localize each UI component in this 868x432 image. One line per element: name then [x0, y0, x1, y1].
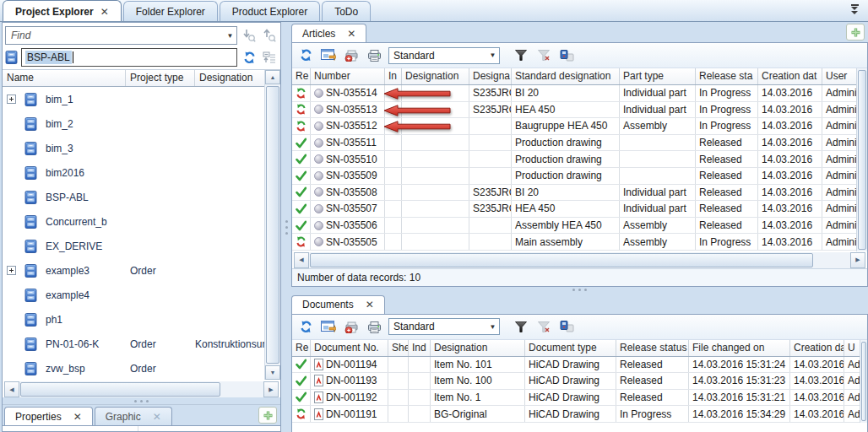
article-row[interactable]: SN-035510 Production drawing Released 14… — [292, 151, 856, 168]
article-row[interactable]: SN-035505 Main assembly Assembly In Prog… — [292, 234, 856, 251]
document-row[interactable]: DN-001193 Item No. 100 HiCAD Drawing Rel… — [292, 373, 860, 390]
column-header-name[interactable]: Name — [3, 70, 126, 86]
column-header[interactable]: Creation dat — [758, 68, 822, 84]
column-header[interactable]: Document type — [525, 340, 616, 356]
tab-folder-explorer[interactable]: Folder Explorer — [123, 1, 218, 21]
find-combobox[interactable]: Find ▼ — [5, 26, 237, 45]
chevron-down-icon[interactable]: ▼ — [224, 27, 236, 44]
print-icon[interactable] — [366, 319, 382, 334]
refresh-icon[interactable] — [297, 48, 314, 63]
column-header[interactable]: Designation — [402, 68, 469, 84]
tab-project-explorer[interactable]: Project Explorer ✕ — [3, 0, 122, 21]
add-tab-button[interactable] — [846, 24, 865, 40]
column-header[interactable]: User — [822, 68, 856, 84]
horizontal-splitter-grip[interactable] — [3, 397, 280, 404]
tree-item[interactable]: PN-01-06-K Order Konstruktionsunte — [3, 332, 264, 356]
search-down-icon[interactable] — [241, 28, 258, 43]
article-row[interactable]: SN-035506 Assembly HEA 450 Assembly Rele… — [292, 218, 856, 235]
tree-item[interactable]: example3 Order — [3, 258, 264, 283]
refresh-icon[interactable] — [241, 50, 258, 65]
tab-product-explorer[interactable]: Product Explorer — [220, 1, 320, 21]
close-icon[interactable]: ✕ — [366, 300, 374, 309]
tree-item[interactable]: Concurrent_b — [3, 209, 264, 234]
tab-properties[interactable]: Properties ✕ — [4, 407, 93, 425]
scroll-right-icon[interactable]: ▶ — [850, 252, 865, 268]
close-icon[interactable]: ✕ — [153, 413, 161, 421]
open-in-window-icon[interactable] — [320, 319, 337, 334]
open-in-window-icon[interactable] — [320, 48, 337, 63]
tree-item[interactable]: bim_2 — [3, 111, 264, 136]
scrollbar-thumb[interactable] — [20, 382, 220, 397]
expand-plus-icon[interactable] — [7, 94, 16, 104]
scroll-left-icon[interactable]: ◀ — [294, 252, 309, 268]
add-tab-button[interactable] — [258, 407, 277, 424]
article-row[interactable]: SN-035509 Production drawing Released 14… — [292, 168, 856, 185]
column-header-designation[interactable]: Designation — [195, 70, 264, 86]
column-header[interactable]: She — [388, 340, 409, 356]
tree-item[interactable]: zvw_bsp Order — [3, 356, 264, 380]
tab-graphic[interactable]: Graphic ✕ — [95, 407, 172, 425]
document-row[interactable]: DN-001191 BG-Original HiCAD Drawing In P… — [292, 406, 860, 423]
result-list-combobox[interactable]: Standard ▼ — [388, 47, 500, 64]
article-row[interactable]: SN-035513 S235JRG2 HEA 450 Individual pa… — [292, 102, 856, 119]
document-row[interactable]: DN-001192 Item No. 1 HiCAD Drawing Relea… — [292, 390, 860, 407]
article-row[interactable]: SN-035507 S235JRG2 HEA 450 Individual pa… — [292, 201, 856, 218]
column-header[interactable]: Designa — [469, 68, 512, 84]
close-icon[interactable]: ✕ — [347, 30, 355, 38]
tree-item[interactable]: bim_1 — [3, 87, 264, 111]
result-list-combobox[interactable]: Standard ▼ — [388, 318, 500, 335]
column-header[interactable]: File changed on — [689, 340, 790, 356]
tab-todo[interactable]: ToDo — [322, 1, 371, 21]
column-header[interactable]: U — [844, 340, 860, 356]
scroll-right-icon[interactable]: ▶ — [263, 381, 279, 397]
chevron-down-icon[interactable]: ▼ — [486, 48, 499, 63]
scroll-down-icon[interactable]: ▼ — [265, 365, 280, 380]
clear-filter-icon[interactable] — [535, 319, 552, 334]
vertical-splitter-grip[interactable] — [285, 220, 288, 235]
documents-vertical-scrollbar[interactable] — [860, 340, 867, 423]
refresh-icon[interactable] — [297, 319, 314, 334]
transfer-icon[interactable] — [558, 319, 575, 334]
tree-item[interactable]: BSP-ABL — [3, 185, 264, 209]
column-header[interactable]: Re — [292, 68, 311, 84]
scrollbar-thumb[interactable] — [266, 86, 279, 364]
search-up-icon[interactable] — [261, 28, 278, 43]
tab-documents[interactable]: Documents ✕ — [291, 295, 385, 314]
tree-item[interactable]: bim2016 — [3, 160, 264, 185]
tree-item[interactable]: EX_DERIVE — [3, 234, 264, 258]
column-header[interactable]: Document No. — [311, 340, 388, 356]
column-header[interactable]: Standard designation — [512, 68, 620, 84]
print-report-icon[interactable] — [343, 48, 360, 63]
scroll-up-icon[interactable]: ▲ — [265, 70, 280, 84]
project-search-input[interactable]: BSP-ABL — [21, 48, 237, 67]
scrollbar-thumb[interactable] — [858, 70, 866, 250]
tree-item[interactable]: bim_3 — [3, 136, 264, 160]
print-icon[interactable] — [366, 48, 382, 63]
scrollbar-thumb[interactable] — [861, 342, 866, 421]
filter-icon[interactable] — [513, 48, 529, 63]
articles-vertical-scrollbar[interactable] — [856, 68, 867, 251]
print-report-icon[interactable] — [343, 319, 360, 334]
column-header[interactable]: Designation — [431, 340, 525, 356]
chevron-down-icon[interactable]: ▼ — [486, 319, 499, 334]
clear-filter-icon[interactable] — [535, 48, 552, 63]
column-header[interactable]: Creation da — [790, 340, 844, 356]
column-header[interactable]: Release status — [616, 340, 689, 356]
scroll-left-icon[interactable]: ◀ — [4, 381, 19, 397]
tree-item[interactable]: example4 — [3, 283, 264, 307]
toolbar-overflow-icon[interactable] — [848, 3, 861, 15]
transfer-icon[interactable] — [558, 48, 575, 63]
tab-articles[interactable]: Articles ✕ — [291, 24, 366, 42]
tree-horizontal-scrollbar[interactable]: ◀ ▶ — [4, 381, 279, 397]
column-header[interactable]: Number — [311, 68, 385, 84]
close-icon[interactable]: ✕ — [100, 8, 109, 16]
column-header[interactable]: Part type — [620, 68, 696, 84]
article-row[interactable]: SN-035508 S235JRG2 BI 20 Individual part… — [292, 185, 856, 202]
tree-item[interactable]: ph1 — [3, 307, 264, 332]
column-header[interactable]: In — [385, 68, 402, 84]
article-row[interactable]: SN-035514 S235JRG2 BI 20 Individual part… — [292, 85, 856, 102]
close-icon[interactable]: ✕ — [73, 413, 82, 421]
column-header[interactable]: Re — [292, 340, 311, 356]
column-header[interactable]: Ind — [409, 340, 431, 356]
tree-vertical-scrollbar[interactable]: ▲ ▼ — [264, 70, 280, 380]
